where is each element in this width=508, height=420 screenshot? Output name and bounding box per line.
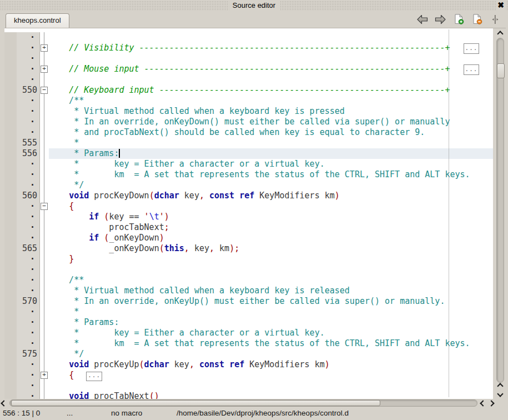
code-line[interactable]: · * and procTabNext() should be called w…	[4, 127, 493, 138]
tab-kheops-control[interactable]: kheops.control	[6, 13, 69, 28]
line-text[interactable]: /**	[49, 275, 493, 286]
code-line[interactable]: 560 void procKeyDown(dchar key, const re…	[4, 191, 493, 201]
line-text[interactable]: * In an override, onKeyUp() must either …	[49, 296, 493, 307]
code-line[interactable]: 550− // Keyboard input -----------------…	[4, 85, 493, 96]
code-line[interactable]: · */	[4, 180, 493, 191]
scroll-up-button[interactable]	[495, 30, 506, 37]
code-line[interactable]: · * km = A set that represents the statu…	[4, 169, 493, 180]
line-text[interactable]	[49, 53, 493, 64]
code-line[interactable]: ·	[4, 264, 493, 275]
line-text[interactable]: // Keyboard input ----------------------…	[49, 85, 493, 96]
fold-collapse-icon[interactable]: −	[41, 203, 48, 210]
line-text[interactable]: * Virtual method called when a keyboard …	[49, 106, 493, 117]
line-text[interactable]: void procKeyUp(dchar key, const ref KeyM…	[49, 359, 493, 370]
vertical-scroll-thumb[interactable]	[497, 63, 505, 78]
line-text[interactable]: void procTabNext()	[49, 391, 493, 399]
code-area[interactable]: ··+ // Visibility ----------------------…	[4, 28, 493, 399]
code-line[interactable]: · *	[4, 307, 493, 317]
title-bar[interactable]: Source editor ✖	[0, 0, 508, 11]
chevron-up-icon[interactable]	[497, 383, 503, 389]
line-text[interactable]: {	[49, 201, 493, 212]
code-line[interactable]: · void procTabNext()	[4, 391, 493, 399]
line-text[interactable]: * and procTabNext() should be called whe…	[49, 127, 493, 138]
line-text[interactable]	[49, 381, 493, 391]
line-text[interactable]: * km = A set that represents the status …	[49, 338, 493, 349]
horizontal-scroll-track[interactable]	[9, 399, 477, 407]
scroll-step-buttons[interactable]	[495, 383, 506, 397]
code-line[interactable]: · * key = Either a character or a virtua…	[4, 159, 493, 169]
code-line[interactable]: ·+ // Mouse input ----------------------…	[4, 64, 493, 74]
code-line[interactable]: · * Virtual method called when a keyboar…	[4, 286, 493, 296]
forward-arrow-icon[interactable]	[434, 14, 446, 24]
fold-collapse-icon[interactable]: −	[41, 87, 48, 94]
fold-expand-icon[interactable]: +	[41, 44, 48, 52]
line-text[interactable]: procTabNext;	[49, 222, 493, 233]
line-text[interactable]: }	[49, 254, 493, 264]
code-line[interactable]: · void procKeyUp(dchar key, const ref Ke…	[4, 359, 493, 370]
line-text[interactable]	[49, 264, 493, 275]
current-line-text[interactable]: * Params:	[49, 148, 493, 159]
code-line[interactable]: ·	[4, 74, 493, 85]
line-text[interactable]: *	[49, 138, 493, 148]
close-document-icon[interactable]	[471, 14, 483, 24]
code-line[interactable]: · }	[4, 254, 493, 264]
code-line[interactable]: · * km = A set that represents the statu…	[4, 338, 493, 349]
code-line[interactable]: · * Params:	[4, 317, 493, 328]
code-line[interactable]: ·+ {...	[4, 370, 493, 381]
code-line[interactable]: 570 * In an override, onKeyUp() must eit…	[4, 296, 493, 307]
line-text[interactable]: */	[49, 349, 493, 359]
code-line[interactable]: · /**	[4, 96, 493, 106]
scroll-left-step-button[interactable]	[480, 399, 486, 407]
horizontal-scrollbar[interactable]	[1, 399, 494, 407]
line-text[interactable]: // Visibility --------------------------…	[49, 43, 493, 53]
code-line[interactable]: ·	[4, 53, 493, 64]
code-line[interactable]: 565 _onKeyDown(this, key, km);	[4, 243, 493, 254]
back-arrow-icon[interactable]	[416, 14, 428, 24]
line-text[interactable]: * km = A set that represents the status …	[49, 169, 493, 180]
line-text[interactable]: * key = Either a character or a virtual …	[49, 328, 493, 338]
code-line[interactable]: 575 */	[4, 349, 493, 359]
code-line[interactable]: ·− {	[4, 201, 493, 212]
code-line[interactable]: ·+ // Visibility -----------------------…	[4, 43, 493, 53]
line-text[interactable]: // Mouse input -------------------------…	[49, 64, 493, 74]
code-line[interactable]: ·	[4, 381, 493, 391]
code-line[interactable]: · if (key == '\t')	[4, 212, 493, 222]
scroll-left-button[interactable]	[1, 399, 7, 407]
code-line[interactable]: · * Virtual method called when a keyboar…	[4, 106, 493, 117]
line-text[interactable]: if (_onKeyDown)	[49, 233, 493, 243]
line-text[interactable]	[49, 74, 493, 85]
code-line[interactable]: · * key = Either a character or a virtua…	[4, 328, 493, 338]
fold-expand-icon[interactable]: +	[41, 66, 48, 73]
line-text[interactable]: * In an override, onKeyDown() must eithe…	[49, 117, 493, 127]
vertical-scrollbar[interactable]	[495, 30, 506, 398]
line-text[interactable]: _onKeyDown(this, key, km);	[49, 243, 493, 254]
code-line[interactable]: · if (_onKeyDown)	[4, 233, 493, 243]
line-text[interactable]: {...	[49, 370, 493, 381]
folded-section-box[interactable]: ...	[464, 43, 479, 54]
split-view-icon[interactable]	[489, 14, 501, 24]
folded-block-box[interactable]: ...	[86, 372, 102, 381]
vertical-scroll-track[interactable]	[496, 38, 504, 383]
line-text[interactable]: /**	[49, 96, 493, 106]
new-document-icon[interactable]	[452, 14, 465, 24]
code-line[interactable]: · procTabNext;	[4, 222, 493, 233]
line-text[interactable]: * Params:	[49, 317, 493, 328]
code-line[interactable]: · * In an override, onKeyDown() must eit…	[4, 117, 493, 127]
scroll-right-step-button[interactable]	[488, 399, 494, 407]
line-text[interactable]: * Virtual method called when a keyboard …	[49, 286, 493, 296]
code-line[interactable]: 556 * Params:	[4, 148, 493, 159]
window-close-icon[interactable]: ✖	[496, 0, 506, 11]
folded-section-box[interactable]: ...	[464, 64, 479, 75]
line-text[interactable]: *	[49, 307, 493, 317]
code-line[interactable]: · /**	[4, 275, 493, 286]
code-line[interactable]: 555 *	[4, 138, 493, 148]
line-text[interactable]: * key = Either a character or a virtual …	[49, 159, 493, 169]
line-text[interactable]: void procKeyDown(dchar key, const ref Ke…	[49, 191, 493, 201]
line-text[interactable]	[49, 32, 493, 43]
line-text[interactable]: */	[49, 180, 493, 191]
code-line[interactable]: ·	[4, 32, 493, 43]
line-text[interactable]: if (key == '\t')	[49, 212, 493, 222]
horizontal-scroll-thumb[interactable]	[11, 400, 380, 406]
chevron-down-icon[interactable]	[497, 391, 503, 397]
fold-expand-icon[interactable]: +	[41, 372, 48, 379]
